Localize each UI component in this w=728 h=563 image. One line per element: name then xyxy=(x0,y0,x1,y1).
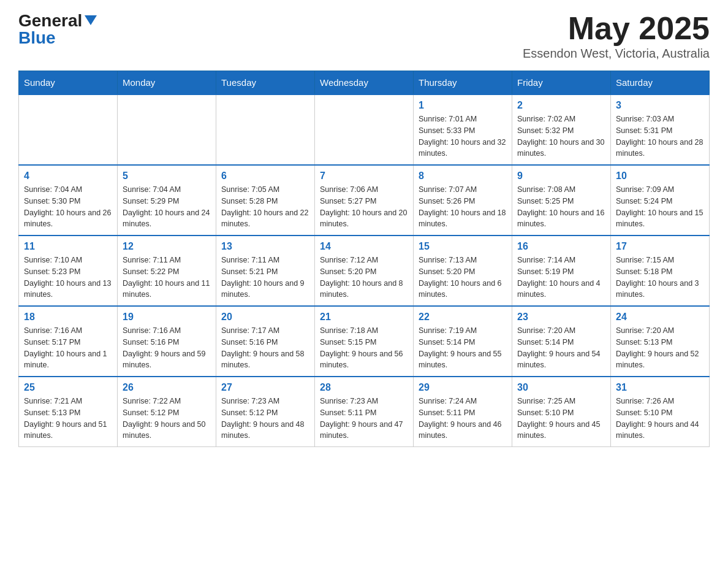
day-number: 27 xyxy=(221,382,309,393)
day-number: 11 xyxy=(24,241,112,252)
calendar-cell: 28Sunrise: 7:23 AM Sunset: 5:11 PM Dayli… xyxy=(315,377,414,447)
calendar-cell: 24Sunrise: 7:20 AM Sunset: 5:13 PM Dayli… xyxy=(611,306,710,377)
day-number: 18 xyxy=(24,312,112,323)
calendar-cell: 6Sunrise: 7:05 AM Sunset: 5:28 PM Daylig… xyxy=(216,165,315,236)
day-number: 13 xyxy=(221,241,309,252)
day-info: Sunrise: 7:11 AM Sunset: 5:22 PM Dayligh… xyxy=(123,255,211,301)
calendar-cell: 20Sunrise: 7:17 AM Sunset: 5:16 PM Dayli… xyxy=(216,306,315,377)
day-info: Sunrise: 7:14 AM Sunset: 5:19 PM Dayligh… xyxy=(517,255,605,301)
location-text: Essendon West, Victoria, Australia xyxy=(523,47,710,61)
day-number: 6 xyxy=(221,170,309,182)
day-number: 19 xyxy=(123,312,211,323)
day-number: 5 xyxy=(123,170,211,182)
calendar-week-row: 18Sunrise: 7:16 AM Sunset: 5:17 PM Dayli… xyxy=(19,306,710,377)
day-number: 25 xyxy=(24,382,112,393)
calendar-cell: 16Sunrise: 7:14 AM Sunset: 5:19 PM Dayli… xyxy=(512,236,611,306)
calendar-cell: 4Sunrise: 7:04 AM Sunset: 5:30 PM Daylig… xyxy=(19,165,118,236)
day-info: Sunrise: 7:11 AM Sunset: 5:21 PM Dayligh… xyxy=(221,255,309,301)
logo: General Blue xyxy=(18,12,97,47)
day-number: 12 xyxy=(123,241,211,252)
day-info: Sunrise: 7:07 AM Sunset: 5:26 PM Dayligh… xyxy=(419,184,507,230)
weekday-header-saturday: Saturday xyxy=(611,71,710,95)
calendar-cell: 5Sunrise: 7:04 AM Sunset: 5:29 PM Daylig… xyxy=(118,165,216,236)
day-info: Sunrise: 7:08 AM Sunset: 5:25 PM Dayligh… xyxy=(517,184,605,230)
day-info: Sunrise: 7:09 AM Sunset: 5:24 PM Dayligh… xyxy=(616,184,704,230)
day-number: 10 xyxy=(616,170,704,182)
calendar-cell: 10Sunrise: 7:09 AM Sunset: 5:24 PM Dayli… xyxy=(611,165,710,236)
calendar-cell: 30Sunrise: 7:25 AM Sunset: 5:10 PM Dayli… xyxy=(512,377,611,447)
title-area: May 2025 Essendon West, Victoria, Austra… xyxy=(523,12,710,61)
calendar-cell: 15Sunrise: 7:13 AM Sunset: 5:20 PM Dayli… xyxy=(414,236,512,306)
calendar-cell: 21Sunrise: 7:18 AM Sunset: 5:15 PM Dayli… xyxy=(315,306,414,377)
day-info: Sunrise: 7:20 AM Sunset: 5:13 PM Dayligh… xyxy=(616,325,704,371)
calendar-cell: 31Sunrise: 7:26 AM Sunset: 5:10 PM Dayli… xyxy=(611,377,710,447)
day-info: Sunrise: 7:25 AM Sunset: 5:10 PM Dayligh… xyxy=(517,396,605,442)
calendar-table: SundayMondayTuesdayWednesdayThursdayFrid… xyxy=(18,71,710,447)
day-info: Sunrise: 7:10 AM Sunset: 5:23 PM Dayligh… xyxy=(24,255,112,301)
day-info: Sunrise: 7:16 AM Sunset: 5:16 PM Dayligh… xyxy=(123,325,211,371)
calendar-cell xyxy=(118,94,216,165)
day-info: Sunrise: 7:04 AM Sunset: 5:30 PM Dayligh… xyxy=(24,184,112,230)
day-info: Sunrise: 7:02 AM Sunset: 5:32 PM Dayligh… xyxy=(517,113,605,159)
calendar-cell: 29Sunrise: 7:24 AM Sunset: 5:11 PM Dayli… xyxy=(414,377,512,447)
calendar-cell: 2Sunrise: 7:02 AM Sunset: 5:32 PM Daylig… xyxy=(512,94,611,165)
day-number: 4 xyxy=(24,170,112,182)
calendar-cell: 14Sunrise: 7:12 AM Sunset: 5:20 PM Dayli… xyxy=(315,236,414,306)
calendar-cell: 22Sunrise: 7:19 AM Sunset: 5:14 PM Dayli… xyxy=(414,306,512,377)
day-info: Sunrise: 7:12 AM Sunset: 5:20 PM Dayligh… xyxy=(320,255,408,301)
day-info: Sunrise: 7:01 AM Sunset: 5:33 PM Dayligh… xyxy=(419,113,507,159)
day-info: Sunrise: 7:26 AM Sunset: 5:10 PM Dayligh… xyxy=(616,396,704,442)
calendar-cell: 17Sunrise: 7:15 AM Sunset: 5:18 PM Dayli… xyxy=(611,236,710,306)
calendar-cell: 19Sunrise: 7:16 AM Sunset: 5:16 PM Dayli… xyxy=(118,306,216,377)
day-number: 15 xyxy=(419,241,507,252)
calendar-week-row: 1Sunrise: 7:01 AM Sunset: 5:33 PM Daylig… xyxy=(19,94,710,165)
weekday-header-tuesday: Tuesday xyxy=(216,71,315,95)
day-info: Sunrise: 7:16 AM Sunset: 5:17 PM Dayligh… xyxy=(24,325,112,371)
day-number: 30 xyxy=(517,382,605,393)
day-number: 31 xyxy=(616,382,704,393)
day-info: Sunrise: 7:03 AM Sunset: 5:31 PM Dayligh… xyxy=(616,113,704,159)
day-info: Sunrise: 7:21 AM Sunset: 5:13 PM Dayligh… xyxy=(24,396,112,442)
day-info: Sunrise: 7:19 AM Sunset: 5:14 PM Dayligh… xyxy=(419,325,507,371)
calendar-cell: 8Sunrise: 7:07 AM Sunset: 5:26 PM Daylig… xyxy=(414,165,512,236)
calendar-cell xyxy=(19,94,118,165)
page-header: General Blue May 2025 Essendon West, Vic… xyxy=(18,12,710,61)
day-number: 29 xyxy=(419,382,507,393)
day-number: 21 xyxy=(320,312,408,323)
day-info: Sunrise: 7:17 AM Sunset: 5:16 PM Dayligh… xyxy=(221,325,309,371)
calendar-cell: 26Sunrise: 7:22 AM Sunset: 5:12 PM Dayli… xyxy=(118,377,216,447)
calendar-cell: 7Sunrise: 7:06 AM Sunset: 5:27 PM Daylig… xyxy=(315,165,414,236)
logo-triangle-icon xyxy=(85,15,97,25)
calendar-cell: 11Sunrise: 7:10 AM Sunset: 5:23 PM Dayli… xyxy=(19,236,118,306)
day-number: 28 xyxy=(320,382,408,393)
day-number: 1 xyxy=(419,100,507,111)
day-info: Sunrise: 7:05 AM Sunset: 5:28 PM Dayligh… xyxy=(221,184,309,230)
weekday-header-friday: Friday xyxy=(512,71,611,95)
month-title: May 2025 xyxy=(523,12,710,44)
day-number: 24 xyxy=(616,312,704,323)
calendar-week-row: 25Sunrise: 7:21 AM Sunset: 5:13 PM Dayli… xyxy=(19,377,710,447)
logo-general-text: General xyxy=(18,12,82,29)
day-info: Sunrise: 7:18 AM Sunset: 5:15 PM Dayligh… xyxy=(320,325,408,371)
day-number: 7 xyxy=(320,170,408,182)
day-number: 20 xyxy=(221,312,309,323)
day-info: Sunrise: 7:15 AM Sunset: 5:18 PM Dayligh… xyxy=(616,255,704,301)
day-number: 23 xyxy=(517,312,605,323)
day-info: Sunrise: 7:23 AM Sunset: 5:11 PM Dayligh… xyxy=(320,396,408,442)
calendar-cell: 3Sunrise: 7:03 AM Sunset: 5:31 PM Daylig… xyxy=(611,94,710,165)
day-number: 26 xyxy=(123,382,211,393)
calendar-cell: 1Sunrise: 7:01 AM Sunset: 5:33 PM Daylig… xyxy=(414,94,512,165)
calendar-cell xyxy=(216,94,315,165)
day-info: Sunrise: 7:20 AM Sunset: 5:14 PM Dayligh… xyxy=(517,325,605,371)
day-number: 3 xyxy=(616,100,704,111)
day-info: Sunrise: 7:24 AM Sunset: 5:11 PM Dayligh… xyxy=(419,396,507,442)
calendar-cell: 18Sunrise: 7:16 AM Sunset: 5:17 PM Dayli… xyxy=(19,306,118,377)
calendar-cell: 9Sunrise: 7:08 AM Sunset: 5:25 PM Daylig… xyxy=(512,165,611,236)
day-number: 9 xyxy=(517,170,605,182)
day-number: 8 xyxy=(419,170,507,182)
weekday-header-thursday: Thursday xyxy=(414,71,512,95)
day-info: Sunrise: 7:06 AM Sunset: 5:27 PM Dayligh… xyxy=(320,184,408,230)
day-number: 17 xyxy=(616,241,704,252)
calendar-cell xyxy=(315,94,414,165)
calendar-cell: 23Sunrise: 7:20 AM Sunset: 5:14 PM Dayli… xyxy=(512,306,611,377)
